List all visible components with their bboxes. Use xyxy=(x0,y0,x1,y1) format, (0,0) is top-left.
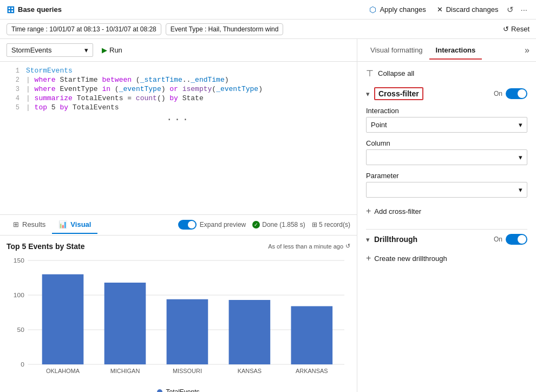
table-selector[interactable]: StormEvents ▾ xyxy=(6,43,93,57)
column-field: Column ▾ xyxy=(366,139,527,165)
column-dropdown[interactable]: ▾ xyxy=(366,149,527,165)
time-range-filter[interactable]: Time range : 10/01/07 at 08:13 - 10/31/0… xyxy=(6,23,161,35)
add-cross-filter-button[interactable]: + Add cross-filter xyxy=(366,204,421,218)
tab-visual[interactable]: 📊 Visual xyxy=(52,216,97,234)
svg-rect-14 xyxy=(229,300,271,364)
app-icon: ⊞ xyxy=(6,4,15,16)
expand-right-panel-button[interactable]: » xyxy=(525,45,530,55)
interaction-field: Interaction Point ▾ xyxy=(366,107,527,133)
chart-container: 150 100 50 0 OKLAHOMA MICHIGAN xyxy=(6,255,350,385)
code-line-3: 3 | where EventType in (_eventType) or i… xyxy=(0,84,357,94)
tabs-bar: ⊞ Results 📊 Visual Expand preview ✓ Done… xyxy=(0,215,357,236)
chevron-down-icon: ▾ xyxy=(519,186,522,194)
collapse-icon: ⊤ xyxy=(366,68,374,79)
cross-filter-toggle[interactable] xyxy=(506,88,527,99)
reset-icon: ↺ xyxy=(503,25,509,33)
left-panel: StormEvents ▾ ▶ Run 1 StormEvents 2 | wh… xyxy=(0,39,357,392)
done-icon: ✓ xyxy=(252,221,260,228)
svg-text:MICHIGAN: MICHIGAN xyxy=(110,368,140,374)
tab-results[interactable]: ⊞ Results xyxy=(6,216,52,234)
svg-text:50: 50 xyxy=(17,326,24,332)
svg-rect-12 xyxy=(167,299,208,364)
svg-rect-16 xyxy=(291,306,333,364)
table-icon: ⊞ xyxy=(13,220,19,228)
tab-status: Expand preview ✓ Done (1.858 s) ⊞ 5 reco… xyxy=(178,220,350,230)
collapse-all-button[interactable]: ⊤ Collapse all xyxy=(366,68,527,79)
records-count: ⊞ 5 record(s) xyxy=(312,221,350,228)
chart-title: Top 5 Events by State xyxy=(6,242,84,251)
code-editor[interactable]: 1 StormEvents 2 | where StartTime betwee… xyxy=(0,62,357,215)
svg-text:150: 150 xyxy=(14,257,24,263)
top-bar-actions: ⬡ Apply changes ✕ Discard changes ↺ ··· xyxy=(365,3,530,17)
parameter-field: Parameter ▾ xyxy=(366,172,527,198)
code-more: ··· xyxy=(0,112,357,127)
svg-text:OKLAHOMA: OKLAHOMA xyxy=(46,368,80,374)
query-toolbar: StormEvents ▾ ▶ Run xyxy=(0,39,357,62)
plus-icon: + xyxy=(366,253,371,263)
tab-interactions[interactable]: Interactions xyxy=(429,42,482,60)
apply-changes-button[interactable]: ⬡ Apply changes xyxy=(365,3,430,17)
chart-title-row: Top 5 Events by State As of less than a … xyxy=(6,242,350,251)
close-icon: ✕ xyxy=(437,5,443,14)
chevron-down-icon[interactable]: ▾ xyxy=(366,236,370,244)
top-bar: ⊞ Base queries ⬡ Apply changes ✕ Discard… xyxy=(0,0,536,19)
legend-dot xyxy=(157,389,162,393)
cross-filter-title: Cross-filter xyxy=(374,87,423,100)
bar-chart: 150 100 50 0 OKLAHOMA MICHIGAN xyxy=(6,255,350,385)
chevron-down-icon: ▾ xyxy=(519,153,522,161)
tab-visual-formatting[interactable]: Visual formatting xyxy=(364,42,429,60)
right-panel: Visual formatting Interactions » ⊤ Colla… xyxy=(357,39,536,392)
more-options-button[interactable]: ··· xyxy=(518,3,530,16)
right-content: ⊤ Collapse all ▾ Cross-filter On xyxy=(357,62,536,392)
drillthrough-toggle-group: On xyxy=(494,234,527,245)
code-line-1: 1 StormEvents xyxy=(0,66,357,75)
chevron-down-icon: ▾ xyxy=(519,121,522,129)
svg-text:100: 100 xyxy=(14,292,24,298)
plus-icon: + xyxy=(366,206,371,216)
cross-filter-section: ▾ Cross-filter On Interaction xyxy=(366,87,527,218)
svg-rect-8 xyxy=(42,274,84,364)
parameter-dropdown[interactable]: ▾ xyxy=(366,182,527,198)
svg-text:KANSAS: KANSAS xyxy=(238,368,262,374)
chart-legend: TotalEvents xyxy=(6,388,350,393)
code-line-2: 2 | where StartTime between (_startTime.… xyxy=(0,75,357,84)
app-title-area: ⊞ Base queries xyxy=(6,4,358,16)
chart-timestamp: As of less than a minute ago ↺ xyxy=(268,243,350,250)
chart-area: Top 5 Events by State As of less than a … xyxy=(0,236,357,393)
svg-text:0: 0 xyxy=(21,361,24,367)
main-content: StormEvents ▾ ▶ Run 1 StormEvents 2 | wh… xyxy=(0,39,536,392)
expand-preview-toggle[interactable]: Expand preview xyxy=(178,220,246,230)
svg-text:MISSOURI: MISSOURI xyxy=(173,368,202,374)
code-line-4: 4 | summarize TotalEvents = count() by S… xyxy=(0,94,357,103)
event-type-filter[interactable]: Event Type : Hail, Thunderstorm wind xyxy=(166,23,284,35)
done-badge: ✓ Done (1.858 s) xyxy=(252,221,305,228)
run-button[interactable]: ▶ Run xyxy=(97,44,127,56)
right-tabs: Visual formatting Interactions » xyxy=(357,39,536,62)
svg-rect-10 xyxy=(104,283,146,364)
discard-changes-button[interactable]: ✕ Discard changes xyxy=(433,3,503,16)
cross-filter-header: ▾ Cross-filter On xyxy=(366,87,527,100)
code-line-5: 5 | top 5 by TotalEvents xyxy=(0,103,357,112)
table-icon-small: ⊞ xyxy=(312,221,317,228)
chevron-down-icon[interactable]: ▾ xyxy=(366,90,370,98)
refresh-button[interactable]: ↺ xyxy=(505,3,516,17)
apply-icon: ⬡ xyxy=(369,5,376,15)
create-drillthrough-button[interactable]: + Create new drillthrough xyxy=(366,251,447,265)
svg-text:ARKANSAS: ARKANSAS xyxy=(296,368,328,374)
drillthrough-section: ▾ Drillthrough On + Create new drillthro… xyxy=(366,229,527,265)
cross-filter-toggle-group: On xyxy=(494,88,527,99)
reset-button[interactable]: ↺ Reset xyxy=(503,25,530,33)
app-title: Base queries xyxy=(18,5,62,14)
chevron-down-icon: ▾ xyxy=(84,46,88,54)
refresh-icon[interactable]: ↺ xyxy=(345,243,350,250)
drillthrough-toggle[interactable] xyxy=(506,234,527,245)
drillthrough-header: ▾ Drillthrough On xyxy=(366,229,527,245)
chart-icon: 📊 xyxy=(58,220,67,228)
play-icon: ▶ xyxy=(102,46,107,54)
interaction-dropdown[interactable]: Point ▾ xyxy=(366,117,527,133)
filter-bar: Time range : 10/01/07 at 08:13 - 10/31/0… xyxy=(0,19,536,39)
